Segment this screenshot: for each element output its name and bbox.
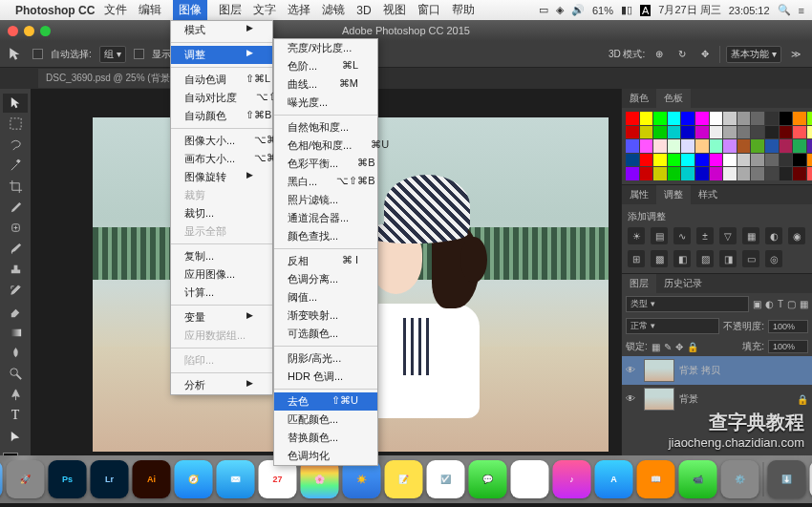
auto-select-dropdown[interactable]: 组 ▾ [99, 46, 126, 63]
adj-threshold[interactable]: 阈值... [274, 288, 377, 306]
adj-black-white[interactable]: 黑白...⌥⇧⌘B [274, 173, 377, 191]
3d-roll-icon[interactable]: ↻ [673, 46, 691, 63]
menu-type[interactable]: 文字 [253, 2, 276, 18]
blur-tool[interactable] [3, 344, 28, 363]
visibility-icon[interactable]: 👁 [626, 365, 639, 376]
swatch[interactable] [793, 154, 806, 167]
swatch[interactable] [723, 167, 737, 180]
swatch[interactable] [723, 112, 737, 125]
adj-vibrance[interactable]: 自然饱和度... [274, 118, 377, 137]
swatch[interactable] [668, 167, 681, 180]
swatch[interactable] [710, 167, 723, 180]
menu-auto-tone[interactable]: 自动色调⇧⌘L [171, 71, 272, 89]
dock-photoshop[interactable]: Ps [49, 460, 87, 498]
adj-color-balance[interactable]: 色彩平衡...⌘B [274, 155, 377, 173]
swatch[interactable] [640, 154, 653, 167]
swatches-grid[interactable] [622, 108, 812, 184]
app-name[interactable]: Photoshop CC [15, 4, 95, 17]
adj-channel-mixer[interactable]: 通道混合器... [274, 209, 377, 227]
swatch[interactable] [640, 167, 653, 180]
swatch[interactable] [765, 139, 779, 153]
swatch[interactable] [710, 154, 723, 167]
swatch[interactable] [765, 112, 779, 125]
adj-brightness-icon[interactable]: ☀ [628, 227, 645, 244]
dock-calendar[interactable]: 27 [259, 460, 297, 498]
menu-variables[interactable]: 变量▶ [171, 308, 272, 327]
swatch[interactable] [640, 139, 653, 153]
swatch[interactable] [737, 112, 751, 125]
adj-replace-color[interactable]: 替换颜色... [274, 429, 377, 447]
swatch[interactable] [780, 167, 793, 180]
auto-select-checkbox[interactable] [32, 49, 43, 59]
swatch[interactable] [807, 154, 812, 167]
menu-help[interactable]: 帮助 [452, 2, 475, 18]
adj-equalize[interactable]: 色调均化 [274, 447, 377, 465]
crop-tool[interactable] [3, 177, 28, 196]
adj-hue-icon[interactable]: ▦ [742, 227, 759, 244]
filter-smart-icon[interactable]: ▦ [800, 299, 808, 309]
minimize-window[interactable] [24, 26, 34, 36]
pen-tool[interactable] [3, 386, 28, 405]
adj-gradient-map[interactable]: 渐变映射... [274, 306, 377, 325]
dock-reminders[interactable]: ☑️ [427, 460, 465, 498]
swatch[interactable] [681, 139, 694, 153]
adj-threshold-icon[interactable]: ◨ [719, 250, 737, 267]
menu-canvas-size[interactable]: 画布大小...⌥⌘C [171, 150, 272, 168]
lock-pos-icon[interactable]: ✥ [675, 342, 683, 352]
close-window[interactable] [8, 26, 18, 36]
visibility-icon[interactable]: 👁 [626, 393, 639, 405]
tab-layers[interactable]: 图层 [622, 274, 656, 293]
swatch[interactable] [780, 112, 793, 125]
adj-hue-sat[interactable]: 色相/饱和度...⌘U [274, 137, 377, 155]
swatch[interactable] [737, 139, 751, 153]
menu-mode[interactable]: 模式▶ [171, 21, 272, 39]
swatch[interactable] [751, 154, 764, 167]
menu-trim[interactable]: 裁切... [171, 204, 272, 222]
dock-itunes[interactable]: ♪ [553, 460, 591, 498]
menu-auto-color[interactable]: 自动颜色⇧⌘B [171, 107, 272, 125]
dock-safari[interactable]: 🧭 [175, 460, 213, 498]
swatch[interactable] [765, 154, 779, 167]
volume-icon[interactable]: 🔊 [571, 4, 585, 16]
swatch[interactable] [653, 167, 667, 180]
swatch[interactable] [710, 139, 723, 153]
swatch[interactable] [668, 112, 681, 125]
tab-color[interactable]: 颜色 [622, 89, 656, 108]
swatch[interactable] [695, 139, 709, 153]
menu-image-size[interactable]: 图像大小...⌥⌘ I [171, 132, 272, 150]
swatch[interactable] [807, 167, 812, 180]
swatch[interactable] [780, 154, 793, 167]
swatch[interactable] [653, 139, 667, 153]
menu-apply-image[interactable]: 应用图像... [171, 265, 272, 284]
history-brush-tool[interactable] [3, 281, 28, 300]
menu-duplicate[interactable]: 复制... [171, 247, 272, 265]
swatch[interactable] [653, 154, 667, 167]
swatch[interactable] [653, 112, 667, 125]
dock-messages[interactable]: 💬 [469, 460, 507, 498]
adj-gradient-map-icon[interactable]: ▭ [742, 250, 759, 267]
adj-match-color[interactable]: 匹配颜色... [274, 411, 377, 429]
adj-brightness-contrast[interactable]: 亮度/对比度... [274, 39, 377, 57]
adj-curves-icon[interactable]: ∿ [673, 227, 691, 244]
fill-value[interactable]: 100% [768, 340, 808, 353]
adj-invert-icon[interactable]: ◧ [673, 250, 691, 267]
dock-downloads[interactable]: ⬇️ [768, 460, 806, 498]
adj-hdr-toning[interactable]: HDR 色调... [274, 368, 377, 386]
menu-analysis[interactable]: 分析▶ [171, 376, 272, 394]
eraser-tool[interactable] [3, 302, 28, 321]
tab-adjust[interactable]: 调整 [656, 185, 691, 204]
opacity-value[interactable]: 100% [768, 320, 808, 333]
move-tool[interactable] [3, 94, 28, 113]
adj-invert[interactable]: 反相⌘ I [274, 252, 377, 270]
workspace-switcher[interactable]: 基本功能 ▾ [726, 46, 781, 63]
swatch[interactable] [710, 112, 723, 125]
dock-notes[interactable]: 📝 [385, 460, 423, 498]
swatch[interactable] [737, 167, 751, 180]
menu-filter[interactable]: 滤镜 [322, 2, 345, 18]
dock-ibooks[interactable]: 📖 [637, 460, 675, 498]
dock-preview[interactable]: 🖼 [511, 460, 549, 498]
swatch[interactable] [626, 126, 639, 139]
dock-weather[interactable]: ☀️ [343, 460, 381, 498]
filter-type-icon[interactable]: T [778, 299, 783, 309]
swatch[interactable] [723, 126, 737, 139]
